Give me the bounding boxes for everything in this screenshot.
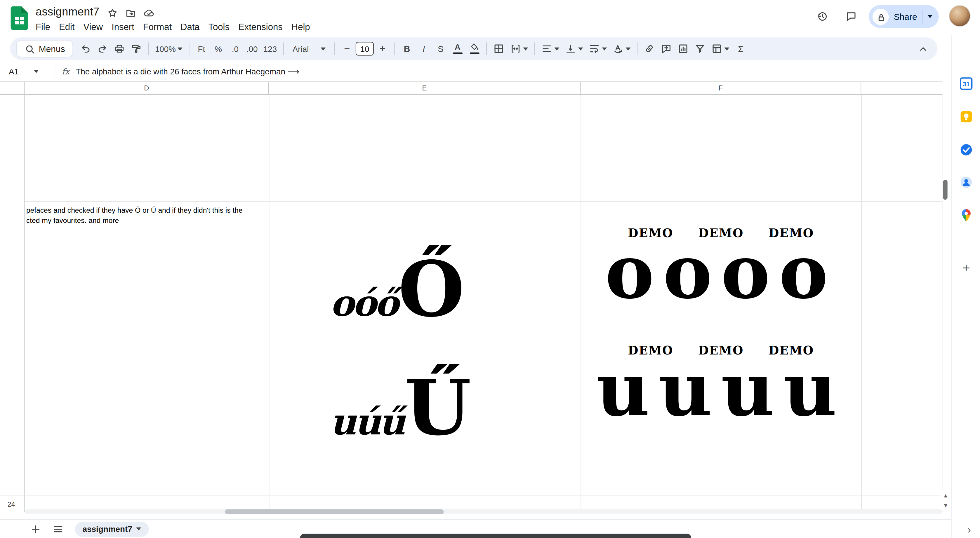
increase-decimal-button[interactable]: .00 bbox=[244, 40, 260, 57]
fx-icon: fx bbox=[62, 67, 70, 76]
demo-specimen-o-cell[interactable]: DEMO DEMO DEMO oooo bbox=[581, 226, 861, 303]
move-folder-icon[interactable] bbox=[125, 8, 136, 19]
formula-input[interactable]: The alphabet is a die with 26 faces from… bbox=[76, 67, 299, 76]
create-filter-button[interactable] bbox=[692, 40, 708, 57]
specimen-o-cell[interactable]: oóő Ő bbox=[330, 251, 465, 327]
column-header-d[interactable]: D bbox=[25, 82, 269, 94]
text-color-swatch bbox=[453, 52, 462, 54]
menu-data[interactable]: Data bbox=[176, 19, 204, 34]
row-number-24[interactable]: 24 bbox=[0, 501, 22, 508]
percent-format-button[interactable]: % bbox=[210, 40, 227, 57]
italic-label: I bbox=[423, 44, 425, 53]
decrease-decimal-button[interactable]: .0 bbox=[227, 40, 243, 57]
expand-side-panel-icon[interactable]: › bbox=[967, 524, 970, 536]
formula-bar-divider bbox=[54, 65, 54, 77]
formula-bar: A1 fx The alphabet is a die with 26 face… bbox=[0, 61, 943, 82]
menu-format[interactable]: Format bbox=[139, 19, 176, 34]
menu-file[interactable]: File bbox=[31, 19, 55, 34]
fill-color-swatch bbox=[470, 52, 479, 54]
contacts-icon[interactable] bbox=[959, 175, 974, 190]
chevron-down-icon bbox=[578, 47, 583, 51]
fill-color-button[interactable] bbox=[466, 40, 483, 57]
comment-history-button[interactable] bbox=[843, 8, 861, 26]
version-history-button[interactable] bbox=[815, 8, 832, 26]
italic-button[interactable]: I bbox=[415, 40, 432, 57]
spreadsheet-grid[interactable]: 24 pefaces and checked if they have Ő or… bbox=[0, 95, 943, 519]
all-sheets-button[interactable] bbox=[50, 521, 66, 537]
insert-comment-button[interactable] bbox=[658, 40, 675, 57]
hide-toolbar-button[interactable] bbox=[915, 40, 931, 57]
menu-tools[interactable]: Tools bbox=[204, 19, 234, 34]
demo-specimen-u-cell[interactable]: DEMO DEMO DEMO uuuu bbox=[581, 343, 861, 420]
menus-search-button[interactable]: Menus bbox=[16, 40, 73, 57]
gridline bbox=[0, 496, 943, 496]
number-format-button[interactable]: 123 bbox=[261, 40, 280, 57]
insert-chart-button[interactable] bbox=[675, 40, 692, 57]
text-rotation-button[interactable] bbox=[610, 40, 633, 57]
zoom-selector[interactable]: 100% bbox=[153, 40, 185, 57]
gridline bbox=[942, 95, 942, 512]
specimen-o-small: oóő bbox=[330, 285, 397, 322]
horizontal-align-button[interactable] bbox=[539, 40, 562, 57]
increase-font-size-button[interactable]: + bbox=[374, 40, 391, 57]
column-header-f[interactable]: F bbox=[581, 82, 861, 94]
cell-d-text[interactable]: pefaces and checked if they have Ő or Ű … bbox=[26, 206, 243, 225]
undo-button[interactable] bbox=[77, 40, 94, 57]
keep-icon[interactable] bbox=[959, 109, 974, 124]
horizontal-scrollbar-thumb[interactable] bbox=[225, 509, 444, 514]
column-header-partial[interactable] bbox=[861, 82, 942, 94]
horizontal-scrollbar-track[interactable] bbox=[25, 509, 943, 514]
font-family-value: Arial bbox=[293, 44, 309, 53]
functions-button[interactable]: Σ bbox=[733, 40, 749, 57]
text-color-button[interactable]: A bbox=[449, 40, 466, 57]
row-header-column bbox=[0, 95, 25, 512]
sheet-tab-active[interactable]: assignment7 bbox=[75, 521, 149, 536]
cloud-saved-icon[interactable] bbox=[143, 8, 154, 19]
sheet-tab-menu-icon[interactable] bbox=[137, 527, 142, 531]
share-dropdown-icon[interactable] bbox=[928, 15, 933, 18]
font-family-selector[interactable]: Arial bbox=[288, 40, 331, 57]
decrease-font-size-button[interactable]: − bbox=[339, 40, 355, 57]
menu-insert[interactable]: Insert bbox=[107, 19, 139, 34]
toolbar-divider bbox=[283, 42, 284, 55]
text-wrap-button[interactable] bbox=[586, 40, 609, 57]
insert-table-button[interactable] bbox=[709, 40, 732, 57]
menu-edit[interactable]: Edit bbox=[55, 19, 79, 34]
select-all-corner[interactable] bbox=[0, 82, 25, 94]
name-box[interactable]: A1 bbox=[0, 67, 49, 76]
scroll-down-button[interactable]: ▼ bbox=[940, 501, 951, 510]
add-addon-icon[interactable]: + bbox=[959, 260, 974, 275]
menu-help[interactable]: Help bbox=[287, 19, 315, 34]
add-sheet-button[interactable] bbox=[27, 521, 44, 537]
specimen-u-big: Ű bbox=[405, 369, 471, 446]
specimen-u-cell[interactable]: uúű Ű bbox=[330, 369, 471, 446]
redo-button[interactable] bbox=[94, 40, 111, 57]
maps-icon[interactable] bbox=[959, 208, 974, 222]
account-avatar[interactable] bbox=[949, 6, 970, 26]
document-title[interactable]: assignment7 bbox=[36, 6, 99, 19]
vertical-scrollbar-thumb[interactable] bbox=[943, 180, 948, 200]
menu-extensions[interactable]: Extensions bbox=[234, 19, 287, 34]
column-header-e[interactable]: E bbox=[269, 82, 581, 94]
menu-view[interactable]: View bbox=[79, 19, 107, 34]
paint-format-button[interactable] bbox=[128, 40, 145, 57]
paint-bucket-icon bbox=[470, 43, 479, 51]
merge-cells-button[interactable] bbox=[508, 40, 531, 57]
vertical-align-button[interactable] bbox=[562, 40, 585, 57]
print-button[interactable] bbox=[111, 40, 127, 57]
font-size-input[interactable] bbox=[356, 42, 374, 56]
scroll-up-button[interactable]: ▲ bbox=[940, 490, 951, 500]
strikethrough-button[interactable]: S bbox=[433, 40, 449, 57]
borders-button[interactable] bbox=[491, 40, 507, 57]
calendar-icon[interactable]: 31 bbox=[959, 76, 974, 91]
currency-format-button[interactable]: Ft bbox=[193, 40, 210, 57]
insert-link-button[interactable] bbox=[641, 40, 658, 57]
bold-label: B bbox=[404, 44, 410, 53]
star-icon[interactable] bbox=[107, 8, 118, 19]
share-button[interactable]: Share bbox=[869, 5, 939, 28]
sheets-logo-icon[interactable] bbox=[11, 6, 28, 32]
visibility-lock-icon bbox=[873, 8, 889, 25]
tasks-icon[interactable] bbox=[959, 142, 974, 157]
column-header-row: D E F bbox=[0, 82, 943, 95]
bold-button[interactable]: B bbox=[399, 40, 415, 57]
